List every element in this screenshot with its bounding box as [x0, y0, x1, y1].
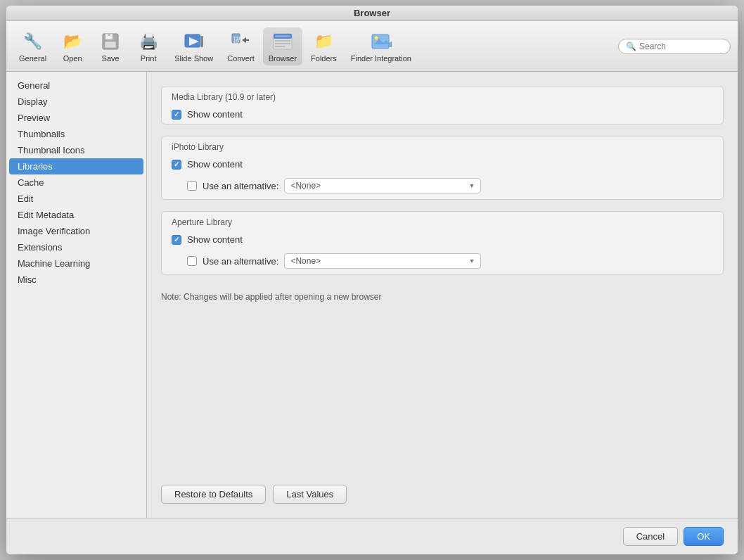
browser-icon: [271, 30, 294, 53]
note-text: Note: Changes will be applied after open…: [161, 286, 724, 307]
toolbar-slideshow-label: Slide Show: [174, 54, 213, 63]
toolbar-convert[interactable]: TIFF JPG PNG Convert: [222, 27, 260, 65]
svg-rect-14: [275, 35, 290, 37]
toolbar-open[interactable]: 📂 Open: [55, 27, 90, 65]
toolbar-folders-label: Folders: [311, 54, 337, 63]
footer-bar: Cancel OK: [6, 518, 738, 554]
toolbar-save-label: Save: [102, 54, 120, 63]
iphoto-show-row: Show content: [162, 155, 723, 174]
aperture-show-checkbox[interactable]: [172, 235, 181, 245]
aperture-show-label: Show content: [187, 234, 243, 245]
window-title: Browser: [354, 8, 390, 18]
general-icon: 🔧: [22, 30, 44, 53]
aperture-dropdown-value: <None>: [290, 256, 321, 266]
folders-icon: 📁: [312, 30, 335, 53]
search-icon: 🔍: [626, 42, 636, 51]
sidebar-item-edit-metadata[interactable]: Edit Metadata: [6, 207, 146, 223]
sidebar-item-libraries[interactable]: Libraries: [9, 158, 143, 174]
aperture-show-row: Show content: [162, 230, 723, 249]
toolbar-general-label: General: [19, 54, 46, 63]
sidebar-item-cache[interactable]: Cache: [6, 174, 146, 191]
main-bottom-buttons: Restore to Defaults Last Values: [161, 471, 724, 504]
slideshow-icon: [183, 30, 205, 53]
last-values-button[interactable]: Last Values: [273, 485, 347, 504]
sidebar-item-machine-learning[interactable]: Machine Learning: [6, 255, 146, 272]
iphoto-library-section: iPhoto Library Show content Use an alter…: [161, 136, 724, 200]
aperture-dropdown-arrow: ▼: [468, 257, 475, 265]
media-library-show-row: Show content: [162, 105, 723, 124]
footer-right-buttons: Cancel OK: [623, 527, 724, 546]
open-icon: 📂: [61, 30, 84, 53]
search-input[interactable]: [639, 42, 724, 51]
sidebar-item-image-verification[interactable]: Image Verification: [6, 223, 146, 239]
sidebar-item-display[interactable]: Display: [6, 94, 146, 110]
main-content-spacer: [161, 307, 724, 471]
finder-icon: [370, 30, 392, 53]
print-icon: 🖨️: [137, 30, 160, 53]
svg-rect-15: [275, 40, 290, 42]
sidebar-item-general[interactable]: General: [6, 77, 146, 94]
sidebar: General Display Preview Thumbnails Thumb…: [6, 72, 147, 518]
svg-rect-17: [275, 46, 285, 47]
sidebar-item-thumbnails[interactable]: Thumbnails: [6, 126, 146, 142]
svg-rect-16: [275, 43, 290, 44]
svg-marker-20: [389, 42, 392, 47]
content-area: General Display Preview Thumbnails Thumb…: [6, 72, 738, 518]
sidebar-item-misc[interactable]: Misc: [6, 272, 146, 288]
svg-rect-3: [108, 34, 110, 36]
toolbar-browser[interactable]: Browser: [263, 27, 302, 65]
toolbar-browser-label: Browser: [269, 54, 297, 63]
cancel-button[interactable]: Cancel: [623, 527, 678, 546]
media-library-show-checkbox[interactable]: [172, 110, 181, 120]
svg-text:PNG: PNG: [233, 41, 239, 44]
title-bar: Browser: [6, 6, 738, 21]
svg-point-19: [374, 36, 378, 39]
sidebar-item-thumbnail-icons[interactable]: Thumbnail Icons: [6, 142, 146, 158]
toolbar-open-label: Open: [63, 54, 82, 63]
aperture-library-title: Aperture Library: [162, 212, 723, 230]
iphoto-alternative-checkbox[interactable]: [187, 181, 197, 191]
ok-button[interactable]: OK: [684, 527, 724, 546]
media-library-show-label: Show content: [187, 109, 243, 120]
iphoto-show-checkbox[interactable]: [172, 160, 181, 170]
toolbar-general[interactable]: 🔧 General: [13, 27, 52, 65]
search-box[interactable]: 🔍: [618, 39, 731, 54]
iphoto-library-title: iPhoto Library: [162, 136, 723, 155]
svg-rect-6: [201, 36, 203, 47]
sidebar-item-extensions[interactable]: Extensions: [6, 239, 146, 255]
aperture-alternative-label: Use an alternative:: [203, 256, 278, 267]
aperture-alternative-row: Use an alternative: <None> ▼: [162, 249, 723, 274]
main-window: Browser 🔧 General 📂 Open Save 🖨️ P: [6, 6, 738, 554]
iphoto-alternative-label: Use an alternative:: [203, 181, 278, 191]
sidebar-item-preview[interactable]: Preview: [6, 110, 146, 126]
media-library-title: Media Library (10.9 or later): [162, 87, 723, 105]
toolbar-print[interactable]: 🖨️ Print: [131, 27, 166, 65]
toolbar-folders[interactable]: 📁 Folders: [305, 27, 342, 65]
toolbar-save[interactable]: Save: [93, 27, 128, 65]
iphoto-dropdown-value: <None>: [290, 181, 321, 191]
aperture-alternative-dropdown[interactable]: <None> ▼: [284, 253, 481, 269]
media-library-section: Media Library (10.9 or later) Show conte…: [161, 86, 724, 125]
toolbar-slideshow[interactable]: Slide Show: [169, 27, 219, 65]
aperture-alternative-checkbox[interactable]: [187, 256, 197, 266]
convert-icon: TIFF JPG PNG: [229, 30, 252, 53]
main-panel: Media Library (10.9 or later) Show conte…: [147, 72, 738, 518]
sidebar-item-edit[interactable]: Edit: [6, 191, 146, 207]
toolbar-finder-label: Finder Integration: [351, 54, 411, 63]
save-icon: [99, 30, 122, 53]
restore-defaults-button[interactable]: Restore to Defaults: [161, 485, 266, 504]
svg-rect-2: [105, 42, 116, 48]
aperture-library-section: Aperture Library Show content Use an alt…: [161, 211, 724, 275]
iphoto-show-label: Show content: [187, 159, 243, 170]
iphoto-alternative-dropdown[interactable]: <None> ▼: [284, 178, 481, 193]
iphoto-dropdown-arrow: ▼: [468, 182, 475, 189]
toolbar: 🔧 General 📂 Open Save 🖨️ Print: [6, 21, 738, 72]
toolbar-finder[interactable]: Finder Integration: [345, 27, 417, 65]
toolbar-print-label: Print: [141, 54, 157, 63]
iphoto-alternative-row: Use an alternative: <None> ▼: [162, 174, 723, 199]
toolbar-convert-label: Convert: [227, 54, 255, 63]
